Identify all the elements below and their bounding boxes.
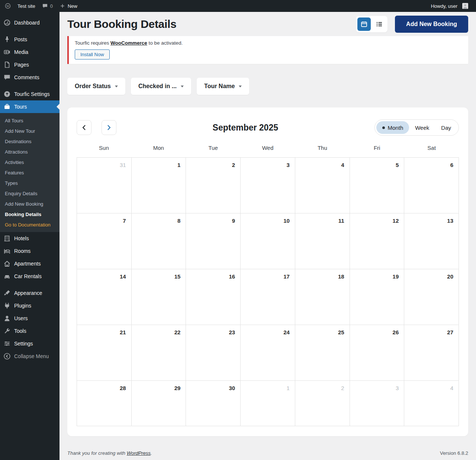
submenu-item-add-new-tour[interactable]: Add New Tour	[0, 126, 60, 136]
calendar-day-cell[interactable]: 30	[186, 381, 241, 426]
sidebar-item-rooms[interactable]: Rooms	[0, 245, 60, 257]
calendar-day-cell[interactable]: 4	[295, 158, 350, 213]
submenu-item-add-new-booking[interactable]: Add New Booking	[0, 199, 60, 209]
calendar-day-cell[interactable]: 4	[404, 381, 459, 426]
calendar-day-cell[interactable]: 17	[241, 269, 295, 325]
calendar-day-cell[interactable]: 16	[186, 269, 241, 325]
submenu-item-features[interactable]: Features	[0, 167, 60, 178]
calendar-day-cell[interactable]: 22	[132, 325, 186, 381]
day-number: 14	[82, 273, 126, 280]
plus-icon	[60, 3, 65, 9]
prev-month-button[interactable]	[77, 120, 91, 135]
submenu-item-enquiry-details[interactable]: Enquiry Details	[0, 188, 60, 199]
calendar-day-cell[interactable]: 20	[404, 269, 459, 325]
calendar-day-cell[interactable]: 29	[132, 381, 186, 426]
calendar-view-switcher: MonthWeekDay	[374, 119, 459, 136]
submenu-item-attractions[interactable]: Attractions	[0, 147, 60, 157]
calendar-day-cell[interactable]: 21	[77, 325, 132, 381]
view-week-button[interactable]: Week	[409, 121, 435, 134]
sidebar-item-settings[interactable]: Settings	[0, 337, 60, 350]
collapse-menu-button[interactable]: Collapse Menu	[0, 350, 60, 363]
install-now-button[interactable]: Install Now	[75, 49, 110, 59]
sidebar-item-media[interactable]: Media	[0, 46, 60, 58]
calendar-day-cell[interactable]: 31	[77, 158, 132, 213]
calendar-day-cell[interactable]: 3	[241, 158, 295, 213]
calendar-day-cell[interactable]: 26	[350, 325, 405, 381]
day-number: 15	[137, 273, 181, 280]
filter-tour-name-dropdown[interactable]: Tour Name	[197, 78, 249, 95]
page-title: Tour Booking Details	[67, 18, 348, 30]
sidebar-item-appearance[interactable]: Appearance	[0, 287, 60, 299]
calendar-day-cell[interactable]: 23	[186, 325, 241, 381]
sidebar-item-dashboard[interactable]: Dashboard	[0, 16, 60, 29]
site-name-label: Test site	[17, 3, 35, 9]
day-headers: SunMonTueWedThuFriSat	[77, 145, 459, 157]
calendar-day-cell[interactable]: 10	[241, 213, 295, 269]
add-new-booking-button[interactable]: Add New Booking	[395, 16, 468, 33]
chevron-left-icon	[80, 124, 88, 131]
collapse-icon	[3, 353, 11, 360]
view-month-button[interactable]: Month	[376, 121, 409, 134]
sidebar-item-car-rentals[interactable]: Car Rentals	[0, 270, 60, 283]
calendar-day-cell[interactable]: 3	[350, 381, 405, 426]
submenu-item-types[interactable]: Types	[0, 178, 60, 188]
sidebar-item-apartments[interactable]: Apartments	[0, 257, 60, 270]
calendar-day-cell[interactable]: 28	[77, 381, 132, 426]
calendar-day-cell[interactable]: 27	[404, 325, 459, 381]
sidebar-item-plugins[interactable]: Plugins	[0, 299, 60, 312]
submenu-item-destinations[interactable]: Destinations	[0, 136, 60, 147]
submenu-item-all-tours[interactable]: All Tours	[0, 115, 60, 126]
calendar-day-cell[interactable]: 8	[132, 213, 186, 269]
submenu-item-booking-details[interactable]: Booking Details	[0, 209, 60, 219]
site-name-link[interactable]: Test site	[14, 0, 39, 12]
calendar-view-button[interactable]	[357, 17, 371, 31]
filter-order-status-dropdown[interactable]: Order Status	[67, 78, 125, 95]
calendar-day-cell[interactable]: 2	[186, 158, 241, 213]
calendar-day-cell[interactable]: 1	[241, 381, 295, 426]
wordpress-link[interactable]: WordPress	[127, 450, 151, 456]
next-month-button[interactable]	[102, 120, 116, 135]
version-text: Version 6.8.2	[440, 450, 468, 456]
sidebar-item-tourfic-settings[interactable]: Tourfic Settings	[0, 88, 60, 100]
calendar-day-cell[interactable]: 6	[404, 158, 459, 213]
day-header-sat: Sat	[404, 145, 459, 151]
sidebar-item-tools[interactable]: Tools	[0, 325, 60, 337]
woocommerce-link[interactable]: WooCommerce	[110, 40, 147, 46]
calendar-day-cell[interactable]: 1	[132, 158, 186, 213]
day-number: 27	[409, 329, 453, 335]
day-number: 2	[191, 162, 235, 168]
wordpress-logo-menu[interactable]: W	[1, 0, 14, 12]
calendar-day-cell[interactable]: 19	[350, 269, 405, 325]
view-day-button[interactable]: Day	[435, 121, 457, 134]
submenu-item-activities[interactable]: Activities	[0, 157, 60, 167]
sidebar-item-users[interactable]: Users	[0, 312, 60, 325]
day-number: 17	[246, 273, 290, 280]
calendar-day-cell[interactable]: 11	[295, 213, 350, 269]
calendar-day-cell[interactable]: 13	[404, 213, 459, 269]
new-content-link[interactable]: New	[56, 0, 81, 12]
list-view-button[interactable]	[373, 17, 386, 31]
sidebar-item-pages[interactable]: Pages	[0, 58, 60, 71]
sidebar-item-tours[interactable]: Tours	[0, 100, 60, 113]
calendar-day-cell[interactable]: 2	[295, 381, 350, 426]
calendar-day-cell[interactable]: 18	[295, 269, 350, 325]
settings-icon	[3, 340, 11, 347]
day-header-fri: Fri	[350, 145, 404, 151]
calendar-day-cell[interactable]: 24	[241, 325, 295, 381]
filter-checked-in-dropdown[interactable]: Checked in ...	[131, 78, 191, 95]
sidebar-item-comments[interactable]: Comments	[0, 71, 60, 84]
day-header-thu: Thu	[295, 145, 350, 151]
calendar-day-cell[interactable]: 5	[350, 158, 405, 213]
calendar-day-cell[interactable]: 9	[186, 213, 241, 269]
account-menu[interactable]: Howdy, user	[428, 0, 472, 12]
calendar-day-cell[interactable]: 25	[295, 325, 350, 381]
calendar-day-cell[interactable]: 15	[132, 269, 186, 325]
submenu-item-go-to-documentation[interactable]: Go to Documentation	[0, 219, 60, 230]
calendar-day-cell[interactable]: 7	[77, 213, 132, 269]
calendar-day-cell[interactable]: 14	[77, 269, 132, 325]
comments-link[interactable]: 0	[39, 0, 56, 12]
sidebar-item-hotels[interactable]: Hotels	[0, 232, 60, 245]
plugins-icon	[3, 302, 11, 309]
calendar-day-cell[interactable]: 12	[350, 213, 405, 269]
sidebar-item-posts[interactable]: Posts	[0, 33, 60, 46]
